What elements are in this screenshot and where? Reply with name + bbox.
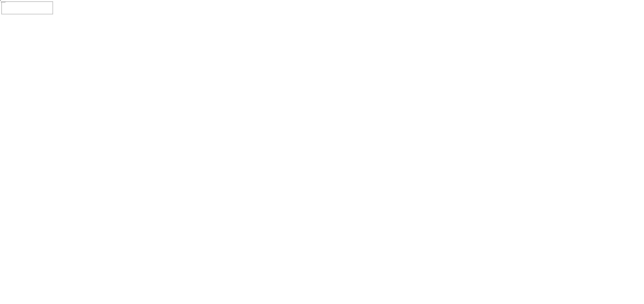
std-absi-label [1, 1, 5, 3]
v-velocity-legend [1, 1, 53, 14]
v-colorbar [4, 4, 50, 8]
panel-temperature [0, 0, 1, 1]
figure-root [0, 0, 644, 304]
v-colorbar-tick-labels [4, 9, 50, 13]
